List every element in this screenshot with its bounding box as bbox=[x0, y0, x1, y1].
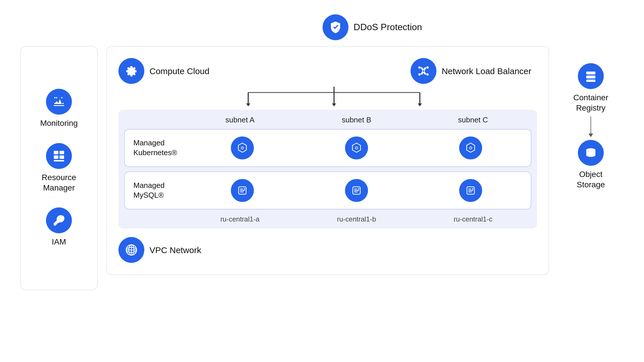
object-storage-block: ObjectStorage bbox=[577, 140, 605, 190]
svg-rect-5 bbox=[54, 160, 64, 161]
svg-marker-15 bbox=[332, 103, 336, 106]
cr-to-os-arrow bbox=[589, 116, 593, 137]
nlb-label: Network Load Balancer bbox=[442, 66, 531, 77]
zone-c-label: ru-central1-c bbox=[415, 215, 531, 223]
svg-point-8 bbox=[426, 66, 429, 69]
svg-point-6 bbox=[418, 66, 421, 69]
object-storage-label: ObjectStorage bbox=[577, 169, 605, 190]
zone-a-label: ru-central1-a bbox=[182, 215, 298, 223]
k8s-node-b bbox=[345, 136, 368, 159]
kubernetes-icon-c bbox=[414, 136, 528, 159]
left-panel: Monitoring ResourceManager IAM bbox=[20, 46, 98, 290]
svg-point-35 bbox=[586, 148, 595, 152]
subnet-c-header: subnet C bbox=[415, 115, 531, 124]
nlb-icon bbox=[411, 58, 436, 84]
vpc-icon bbox=[118, 237, 144, 263]
subnet-b-header: subnet B bbox=[298, 115, 415, 124]
object-storage-icon bbox=[578, 140, 604, 166]
right-panel: ContainerRegistry ObjectStorage bbox=[558, 46, 624, 190]
mysql-node-b bbox=[345, 179, 368, 202]
container-registry-label: ContainerRegistry bbox=[573, 93, 608, 113]
resource-manager-icon bbox=[46, 143, 72, 169]
kubernetes-label: ManagedKubernetes® bbox=[128, 138, 185, 158]
svg-rect-3 bbox=[54, 155, 58, 159]
svg-rect-0 bbox=[56, 97, 57, 98]
diagram-root: DDoS Protection Monitoring ResourceManag bbox=[20, 14, 624, 348]
svg-rect-34 bbox=[586, 80, 595, 82]
vpc-row: VPC Network bbox=[118, 237, 537, 263]
kubernetes-icon-b bbox=[299, 136, 413, 159]
svg-point-19 bbox=[241, 147, 243, 149]
iam-icon bbox=[46, 207, 72, 233]
monitoring-block: Monitoring bbox=[40, 89, 78, 128]
main-row: Monitoring ResourceManager IAM bbox=[20, 46, 624, 290]
nlb-connector-svg bbox=[118, 87, 537, 107]
mysql-node-c bbox=[459, 179, 482, 202]
zone-labels: ru-central1-a ru-central1-b ru-central1-… bbox=[124, 215, 531, 223]
monitoring-label: Monitoring bbox=[40, 118, 78, 128]
k8s-node-c bbox=[459, 136, 482, 159]
svg-rect-33 bbox=[586, 76, 595, 78]
arrow-tip bbox=[589, 134, 593, 137]
vpc-label: VPC Network bbox=[150, 244, 201, 256]
svg-point-9 bbox=[426, 73, 429, 76]
mysql-icon-a bbox=[185, 179, 299, 202]
subnet-headers: subnet A subnet B subnet C bbox=[124, 115, 531, 124]
nlb-block: Network Load Balancer bbox=[411, 58, 531, 84]
subnets-container: subnet A subnet B subnet C ManagedKubern… bbox=[118, 110, 537, 228]
center-panel: Compute Cloud Network Load Balancer bbox=[106, 46, 549, 275]
svg-rect-1 bbox=[54, 151, 58, 154]
svg-point-23 bbox=[470, 147, 471, 149]
center-top: Compute Cloud Network Load Balancer bbox=[118, 58, 537, 84]
svg-marker-17 bbox=[418, 103, 422, 106]
iam-block: IAM bbox=[46, 207, 72, 247]
mysql-row: ManagedMySQL® bbox=[124, 172, 531, 209]
kubernetes-row: ManagedKubernetes® bbox=[124, 129, 531, 167]
kubernetes-icon-a bbox=[185, 136, 299, 159]
svg-point-21 bbox=[356, 147, 357, 149]
compute-cloud-label: Compute Cloud bbox=[150, 66, 209, 77]
svg-point-7 bbox=[418, 73, 421, 76]
container-registry-block: ContainerRegistry bbox=[573, 63, 608, 113]
mysql-icon-c bbox=[414, 179, 528, 202]
svg-rect-4 bbox=[60, 155, 64, 159]
svg-rect-2 bbox=[60, 151, 64, 154]
resource-manager-label: ResourceManager bbox=[42, 172, 76, 193]
k8s-node-a bbox=[231, 136, 254, 159]
ddos-section: DDoS Protection bbox=[323, 14, 422, 40]
subnet-a-header: subnet A bbox=[182, 115, 298, 124]
arrow-line bbox=[591, 116, 591, 134]
resource-manager-block: ResourceManager bbox=[42, 143, 76, 193]
svg-marker-13 bbox=[246, 103, 250, 106]
compute-cloud-block: Compute Cloud bbox=[118, 58, 209, 84]
mysql-node-a bbox=[231, 179, 254, 202]
mysql-icon-b bbox=[299, 179, 413, 202]
compute-cloud-icon bbox=[118, 58, 144, 84]
mysql-label: ManagedMySQL® bbox=[128, 181, 185, 200]
ddos-icon bbox=[323, 14, 348, 40]
svg-rect-32 bbox=[586, 72, 595, 74]
ddos-label: DDoS Protection bbox=[354, 21, 422, 33]
iam-label: IAM bbox=[52, 237, 66, 247]
container-registry-icon bbox=[578, 63, 604, 89]
monitoring-icon bbox=[46, 89, 72, 115]
zone-b-label: ru-central1-b bbox=[298, 215, 415, 223]
